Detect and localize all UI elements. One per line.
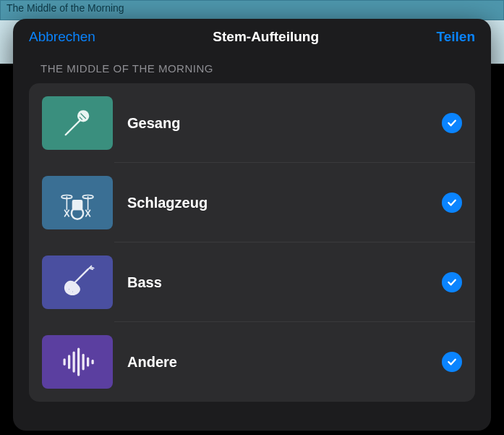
stem-split-sheet: Abbrechen Stem-Aufteilung Teilen THE MID… [13,19,491,431]
share-button[interactable]: Teilen [437,29,476,45]
svg-line-1 [68,121,80,132]
drums-icon [42,176,113,229]
stem-list: Gesang [29,83,475,402]
stem-row-vocals[interactable]: Gesang [29,83,475,163]
sheet-nav-bar: Abbrechen Stem-Aufteilung Teilen [13,19,491,52]
svg-line-2 [66,132,68,135]
stem-label: Andere [127,354,442,371]
checkmark-icon[interactable] [442,272,462,292]
checkmark-icon[interactable] [442,352,462,372]
section-header: THE MIDDLE OF THE MORNING [13,52,491,79]
svg-point-15 [72,290,74,292]
background-track-header: The Middle of the Morning [0,0,504,20]
stem-row-bass[interactable]: Bass [29,242,475,322]
stem-label: Bass [127,274,442,291]
background-track-title: The Middle of the Morning [7,2,124,14]
sheet-title: Stem-Aufteilung [213,29,319,45]
svg-line-13 [75,269,88,282]
cancel-button[interactable]: Abbrechen [29,29,95,45]
waveform-icon [42,335,113,389]
checkmark-icon[interactable] [442,113,462,133]
svg-point-14 [68,288,70,290]
checkmark-icon[interactable] [442,193,462,213]
stem-label: Schlagzeug [127,195,442,211]
stem-label: Gesang [127,115,442,132]
bass-guitar-icon [42,255,113,309]
stem-row-other[interactable]: Andere [29,322,475,402]
microphone-icon [42,96,113,150]
stem-row-drums[interactable]: Schlagzeug [29,163,475,242]
